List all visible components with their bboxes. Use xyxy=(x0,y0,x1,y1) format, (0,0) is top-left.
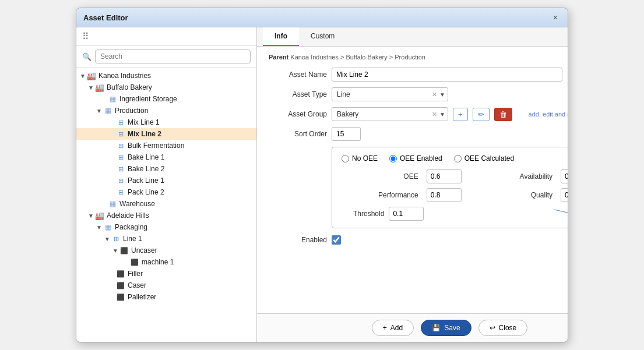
asset-name-input[interactable] xyxy=(332,68,562,82)
tree-item-line1[interactable]: ▼ ⊞ Line 1 xyxy=(76,233,256,245)
tree-item-adelaidehills[interactable]: ▼ 🏭 Adelaide Hills xyxy=(76,210,256,221)
quality-input[interactable] xyxy=(561,188,568,202)
tree-toggle-kanoa[interactable]: ▼ xyxy=(79,72,87,80)
tree-toggle-adelaidehills[interactable]: ▼ xyxy=(87,211,95,220)
tabs-bar: Info Custom xyxy=(257,27,568,47)
tree-item-caser[interactable]: ▶ ⬛ Caser xyxy=(76,280,256,291)
tree-item-production[interactable]: ▼ ▦ Production xyxy=(76,105,256,116)
tree-item-filler[interactable]: ▶ ⬛ Filler xyxy=(76,268,256,280)
tree-label-uncaser: Uncaser xyxy=(131,246,157,254)
cube-icon-palletizer: ⬛ xyxy=(116,292,125,302)
tree-label-palletizer: Palletizer xyxy=(128,293,156,301)
tree-item-packaging[interactable]: ▼ ▦ Packaging xyxy=(76,221,256,233)
tree-label-line1: Line 1 xyxy=(123,235,142,243)
sort-order-input[interactable] xyxy=(332,127,361,141)
tree-label-buffalo: Buffalo Bakery xyxy=(107,83,152,91)
group-edit-annotation: add, edit and delete asset groups xyxy=(529,111,568,118)
close-button[interactable]: ↩ Close xyxy=(478,320,528,336)
tree-item-bakeline1[interactable]: ▶ ⊞ Bake Line 1 xyxy=(76,151,256,163)
search-input[interactable] xyxy=(95,50,251,63)
save-button[interactable]: 💾 Save xyxy=(421,320,471,336)
tree-toggle-packaging[interactable]: ▼ xyxy=(95,223,103,231)
tree-item-uncaser[interactable]: ▼ ⬛ Uncaser xyxy=(76,245,256,256)
tree-item-bulkferm[interactable]: ▶ ⊞ Bulk Fermentation xyxy=(76,140,256,151)
form-area: Parent Kanoa Industries > Buffalo Bakery… xyxy=(257,47,568,313)
tree-toggle-production[interactable]: ▼ xyxy=(95,107,103,115)
asset-group-dropdown-icon[interactable]: ▼ xyxy=(439,111,445,118)
machine-icon-packline1: ⊞ xyxy=(116,176,125,185)
search-icon: 🔍 xyxy=(82,52,92,61)
cube-icon-uncaser: ⬛ xyxy=(119,246,129,255)
tree-item-machine1[interactable]: ▶ ⬛ machine 1 xyxy=(76,256,256,268)
oee-enabled-radio[interactable] xyxy=(389,155,397,162)
tree-item-buffalo[interactable]: ▼ 🏭 Buffalo Bakery xyxy=(76,82,256,93)
dialog-title-bar: Asset Editor × xyxy=(76,8,568,27)
tree-toggle-buffalo[interactable]: ▼ xyxy=(87,83,95,91)
oee-no-option[interactable]: No OEE xyxy=(342,154,378,162)
availability-label: Availability xyxy=(495,172,552,181)
tree-label-bulkferm: Bulk Fermentation xyxy=(128,142,184,150)
oee-input[interactable] xyxy=(427,169,462,183)
enabled-label: Enabled xyxy=(269,236,327,244)
add-label: Add xyxy=(390,324,403,332)
tree-label-ingredient: Ingredient Storage xyxy=(119,95,177,103)
tree-toggle-bakeline1: ▶ xyxy=(108,153,116,161)
tree-item-palletizer[interactable]: ▶ ⬛ Palletizer xyxy=(76,291,256,303)
threshold-row: Threshold xyxy=(353,207,568,221)
asset-group-value: Bakery xyxy=(335,109,430,119)
tree-label-kanoa: Kanoa Industries xyxy=(98,72,151,80)
tree-toggle-mixline1: ▶ xyxy=(108,118,116,126)
performance-input[interactable] xyxy=(427,188,462,202)
tree-label-bakeline1: Bake Line 1 xyxy=(128,153,164,161)
edit-group-button[interactable]: ✏ xyxy=(473,108,490,121)
grid-icon-packaging: ▦ xyxy=(103,222,112,232)
dialog-close-button[interactable]: × xyxy=(550,12,561,23)
tree-item-mixline2[interactable]: ▶ ⊞ Mix Line 2 xyxy=(76,128,256,140)
dots-icon[interactable]: ⠿ xyxy=(82,31,89,42)
tree-item-ingredient[interactable]: ▶ ▦ Ingredient Storage xyxy=(76,93,256,105)
tree-item-kanoa[interactable]: ▼ 🏭 Kanoa Industries xyxy=(76,70,256,82)
oee-enabled-option[interactable]: OEE Enabled xyxy=(389,154,442,162)
asset-type-clear-icon[interactable]: ✕ xyxy=(432,91,437,98)
breadcrumb: Parent Kanoa Industries > Buffalo Bakery… xyxy=(269,54,568,61)
availability-input[interactable] xyxy=(561,169,568,183)
tree-item-mixline1[interactable]: ▶ ⊞ Mix Line 1 xyxy=(76,116,256,128)
machine-icon-bulkferm: ⊞ xyxy=(116,141,125,150)
asset-type-select[interactable]: Line ✕ ▼ xyxy=(332,87,448,101)
cube-icon-machine1: ⬛ xyxy=(130,257,139,267)
tree-item-bakeline2[interactable]: ▶ ⊞ Bake Line 2 xyxy=(76,163,256,175)
toolbar-icons: ⠿ xyxy=(76,27,256,46)
cube-icon-caser: ⬛ xyxy=(116,281,125,290)
save-icon: 💾 xyxy=(432,324,441,332)
delete-group-button[interactable]: 🗑 xyxy=(494,108,512,121)
tree-toggle-uncaser[interactable]: ▼ xyxy=(111,246,119,254)
tab-info[interactable]: Info xyxy=(263,27,299,46)
add-group-button[interactable]: + xyxy=(453,108,468,121)
add-icon: + xyxy=(383,324,387,332)
asset-group-select[interactable]: Bakery ✕ ▼ xyxy=(332,107,448,121)
oee-calculated-label: OEE Calculated xyxy=(464,154,514,162)
tree-item-packline2[interactable]: ▶ ⊞ Pack Line 2 xyxy=(76,186,256,198)
threshold-input[interactable] xyxy=(389,207,424,221)
tree-toggle-line1[interactable]: ▼ xyxy=(103,235,111,243)
asset-type-dropdown-icon[interactable]: ▼ xyxy=(439,91,445,98)
sort-order-row: Sort Order xyxy=(269,127,568,141)
oee-calculated-option[interactable]: OEE Calculated xyxy=(454,154,514,162)
quality-label: Quality xyxy=(495,191,552,199)
asset-group-clear-icon[interactable]: ✕ xyxy=(432,111,437,118)
tree-item-packline1[interactable]: ▶ ⊞ Pack Line 1 xyxy=(76,175,256,186)
add-button[interactable]: + Add xyxy=(372,320,414,336)
breadcrumb-label: Parent xyxy=(269,54,288,61)
building-icon-adelaidehills: 🏭 xyxy=(95,211,104,220)
oee-no-label: No OEE xyxy=(352,154,378,162)
tab-custom[interactable]: Custom xyxy=(299,27,346,46)
machine-icon-mixline1: ⊞ xyxy=(116,118,125,127)
tree-toggle-mixline2: ▶ xyxy=(108,130,116,138)
tree-toggle-packline2: ▶ xyxy=(108,188,116,196)
breadcrumb-path: Kanoa Industries > Buffalo Bakery > Prod… xyxy=(290,54,425,61)
oee-no-radio[interactable] xyxy=(342,155,349,162)
oee-calculated-radio[interactable] xyxy=(454,155,462,162)
tree-item-warehouse[interactable]: ▶ ▦ Warehouse xyxy=(76,198,256,210)
enabled-checkbox[interactable] xyxy=(332,235,341,245)
tree-toggle-bakeline2: ▶ xyxy=(108,165,116,173)
